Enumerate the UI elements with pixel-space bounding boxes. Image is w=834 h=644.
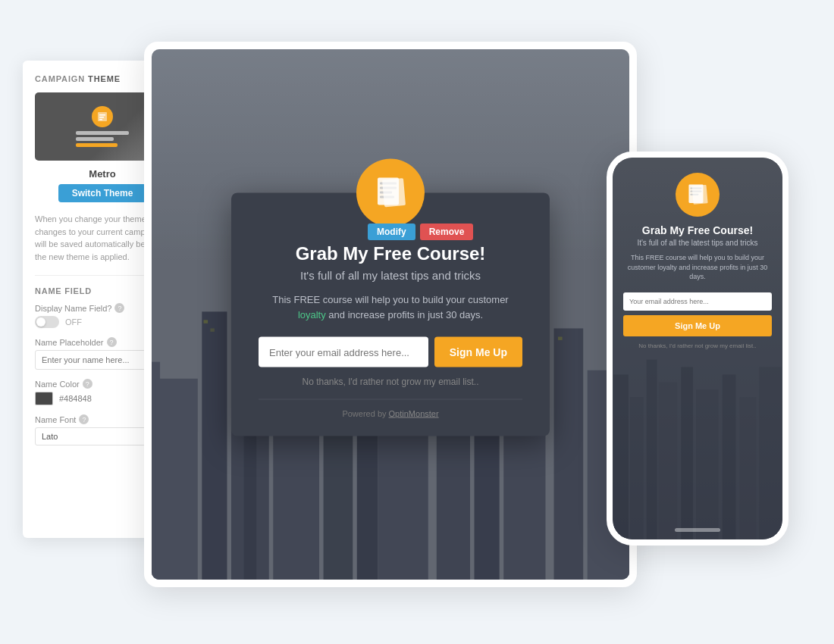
phone-inner: Grab My Free Course! It's full of all th… xyxy=(613,158,782,539)
modal-body: This FREE course will help you to build … xyxy=(259,292,522,322)
phone-frame: Grab My Free Course! It's full of all th… xyxy=(607,152,789,546)
tablet-frame: Modify Remove Grab My Free Course! It's … xyxy=(144,42,637,587)
remove-button[interactable]: Remove xyxy=(420,224,474,240)
svg-rect-47 xyxy=(692,185,708,205)
modal-subtitle: It's full of all my latest tips and tric… xyxy=(259,269,522,282)
powered-by: Powered by OptinMonster xyxy=(259,399,522,418)
document-icon xyxy=(372,174,409,212)
switch-theme-button[interactable]: Switch Theme xyxy=(58,184,147,202)
svg-rect-3 xyxy=(99,119,102,120)
preview-line-2 xyxy=(76,137,114,141)
phone-body: This FREE course will help you to build … xyxy=(623,253,772,282)
phone-no-thanks: No thanks, I'd rather not grow my email … xyxy=(638,342,756,349)
phone-title: Grab My Free Course! xyxy=(642,224,753,236)
svg-rect-1 xyxy=(99,114,105,116)
svg-rect-2 xyxy=(99,117,104,118)
modal-icon-wrap xyxy=(356,159,425,227)
preview-line-1 xyxy=(76,131,129,135)
name-font-select[interactable]: Lato xyxy=(35,427,159,445)
modify-button[interactable]: Modify xyxy=(368,224,415,240)
name-placeholder-help-icon[interactable]: ? xyxy=(107,337,117,347)
name-color-help-icon[interactable]: ? xyxy=(83,379,92,389)
modal-form-row: Sign Me Up xyxy=(259,337,522,367)
email-input[interactable] xyxy=(259,337,428,367)
phone-icon-wrap xyxy=(676,173,720,217)
phone-document-icon xyxy=(685,182,710,208)
phone-content: Grab My Free Course! It's full of all th… xyxy=(613,158,782,539)
optinmonster-link[interactable]: OptinMonster xyxy=(389,409,439,418)
phone-email-input[interactable] xyxy=(623,292,772,311)
name-color-value: #484848 xyxy=(59,394,92,403)
phone-subtitle: It's full of all the latest tips and tri… xyxy=(637,239,757,247)
no-thanks-text: No thanks, I'd rather not grow my email … xyxy=(259,377,522,387)
name-font-help-icon[interactable]: ? xyxy=(79,414,89,424)
loyalty-link[interactable]: loyalty xyxy=(298,308,326,320)
modal-title: Grab My Free Course! xyxy=(259,243,522,264)
phone-sign-me-up-button[interactable]: Sign Me Up xyxy=(623,315,772,336)
tablet-inner: Modify Remove Grab My Free Course! It's … xyxy=(152,49,629,580)
name-color-swatch[interactable] xyxy=(35,392,53,405)
toggle-state-label: OFF xyxy=(65,317,82,327)
theme-preview-lines xyxy=(76,131,129,147)
theme-icon xyxy=(92,106,113,127)
phone-home-indicator xyxy=(675,528,720,532)
name-field-toggle[interactable] xyxy=(35,316,59,328)
display-name-help-icon[interactable]: ? xyxy=(114,303,124,313)
modal-action-buttons: Modify Remove xyxy=(368,224,473,240)
preview-line-accent xyxy=(76,143,118,147)
sign-me-up-button[interactable]: Sign Me Up xyxy=(434,337,522,367)
svg-rect-32 xyxy=(382,178,406,207)
